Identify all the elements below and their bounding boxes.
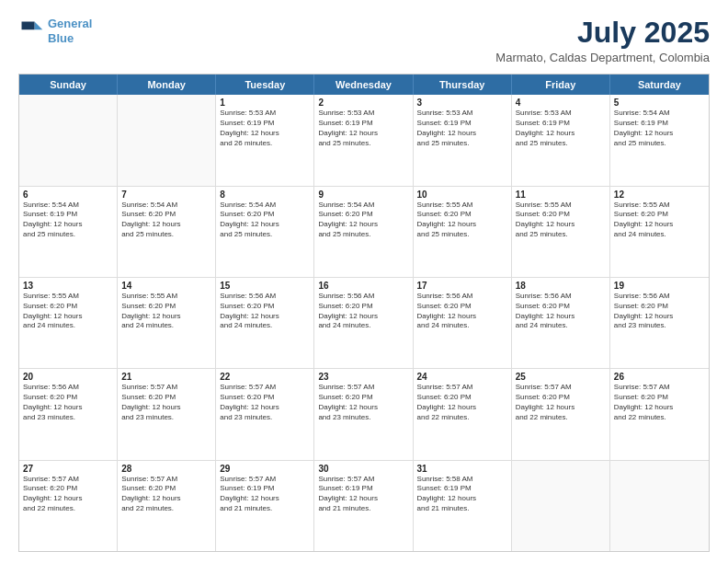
calendar-cell: 28Sunrise: 5:57 AM Sunset: 6:20 PM Dayli… [118, 461, 216, 551]
cell-info: Sunrise: 5:54 AM Sunset: 6:20 PM Dayligh… [318, 201, 408, 240]
day-number: 21 [121, 372, 211, 382]
calendar-cell: 8Sunrise: 5:54 AM Sunset: 6:20 PM Daylig… [216, 187, 314, 277]
calendar-cell: 5Sunrise: 5:54 AM Sunset: 6:19 PM Daylig… [610, 95, 709, 185]
day-number: 23 [318, 372, 408, 382]
subtitle: Marmato, Caldas Department, Colombia [495, 51, 710, 64]
calendar-cell: 2Sunrise: 5:53 AM Sunset: 6:19 PM Daylig… [314, 95, 413, 185]
calendar-week: 27Sunrise: 5:57 AM Sunset: 6:20 PM Dayli… [19, 461, 709, 551]
calendar-cell: 1Sunrise: 5:53 AM Sunset: 6:19 PM Daylig… [216, 95, 314, 185]
cell-info: Sunrise: 5:56 AM Sunset: 6:20 PM Dayligh… [417, 292, 507, 331]
day-number: 3 [417, 98, 507, 108]
cell-info: Sunrise: 5:57 AM Sunset: 6:20 PM Dayligh… [516, 383, 606, 422]
cell-info: Sunrise: 5:57 AM Sunset: 6:19 PM Dayligh… [318, 475, 408, 514]
calendar-cell: 21Sunrise: 5:57 AM Sunset: 6:20 PM Dayli… [118, 369, 216, 459]
day-number: 22 [220, 372, 310, 382]
calendar-cell: 10Sunrise: 5:55 AM Sunset: 6:20 PM Dayli… [414, 187, 512, 277]
header-day: Sunday [19, 75, 118, 95]
day-number: 24 [417, 372, 507, 382]
calendar: SundayMondayTuesdayWednesdayThursdayFrid… [18, 74, 710, 552]
logo-line1: General [48, 17, 92, 30]
cell-info: Sunrise: 5:53 AM Sunset: 6:19 PM Dayligh… [417, 109, 507, 148]
day-number: 11 [516, 190, 606, 200]
day-number: 30 [318, 464, 408, 474]
header-day: Wednesday [314, 75, 413, 95]
calendar-cell: 15Sunrise: 5:56 AM Sunset: 6:20 PM Dayli… [216, 278, 314, 368]
calendar-cell: 13Sunrise: 5:55 AM Sunset: 6:20 PM Dayli… [19, 278, 118, 368]
calendar-cell: 3Sunrise: 5:53 AM Sunset: 6:19 PM Daylig… [414, 95, 512, 185]
cell-info: Sunrise: 5:55 AM Sunset: 6:20 PM Dayligh… [417, 201, 507, 240]
calendar-cell: 29Sunrise: 5:57 AM Sunset: 6:19 PM Dayli… [216, 461, 314, 551]
main-title: July 2025 [495, 17, 710, 49]
calendar-cell: 20Sunrise: 5:56 AM Sunset: 6:20 PM Dayli… [19, 369, 118, 459]
calendar-cell: 25Sunrise: 5:57 AM Sunset: 6:20 PM Dayli… [512, 369, 610, 459]
day-number: 6 [23, 190, 113, 200]
cell-info: Sunrise: 5:57 AM Sunset: 6:20 PM Dayligh… [417, 383, 507, 422]
calendar-week: 1Sunrise: 5:53 AM Sunset: 6:19 PM Daylig… [19, 95, 709, 186]
day-number: 8 [220, 190, 310, 200]
logo-text: General Blue [48, 17, 92, 45]
day-number: 27 [23, 464, 113, 474]
calendar-cell: 6Sunrise: 5:54 AM Sunset: 6:19 PM Daylig… [19, 187, 118, 277]
calendar-cell: 24Sunrise: 5:57 AM Sunset: 6:20 PM Dayli… [414, 369, 512, 459]
cell-info: Sunrise: 5:57 AM Sunset: 6:20 PM Dayligh… [220, 383, 310, 422]
calendar-cell: 19Sunrise: 5:56 AM Sunset: 6:20 PM Dayli… [610, 278, 709, 368]
calendar-cell [118, 95, 216, 185]
calendar-cell: 4Sunrise: 5:53 AM Sunset: 6:19 PM Daylig… [512, 95, 610, 185]
day-number: 7 [121, 190, 211, 200]
cell-info: Sunrise: 5:56 AM Sunset: 6:20 PM Dayligh… [318, 292, 408, 331]
cell-info: Sunrise: 5:57 AM Sunset: 6:20 PM Dayligh… [614, 383, 705, 422]
day-number: 1 [220, 98, 310, 108]
calendar-cell [512, 461, 610, 551]
calendar-cell: 18Sunrise: 5:56 AM Sunset: 6:20 PM Dayli… [512, 278, 610, 368]
day-number: 20 [23, 372, 113, 382]
cell-info: Sunrise: 5:54 AM Sunset: 6:20 PM Dayligh… [220, 201, 310, 240]
header-day: Thursday [414, 75, 512, 95]
svg-marker-0 [35, 21, 43, 29]
day-number: 19 [614, 281, 705, 291]
logo-line2: Blue [48, 31, 74, 45]
cell-info: Sunrise: 5:57 AM Sunset: 6:20 PM Dayligh… [318, 383, 408, 422]
header-day: Saturday [610, 75, 709, 95]
day-number: 2 [318, 98, 408, 108]
cell-info: Sunrise: 5:56 AM Sunset: 6:20 PM Dayligh… [516, 292, 606, 331]
calendar-week: 6Sunrise: 5:54 AM Sunset: 6:19 PM Daylig… [19, 187, 709, 278]
day-number: 13 [23, 281, 113, 291]
day-number: 14 [121, 281, 211, 291]
cell-info: Sunrise: 5:53 AM Sunset: 6:19 PM Dayligh… [516, 109, 606, 148]
calendar-cell: 14Sunrise: 5:55 AM Sunset: 6:20 PM Dayli… [118, 278, 216, 368]
calendar-cell: 27Sunrise: 5:57 AM Sunset: 6:20 PM Dayli… [19, 461, 118, 551]
day-number: 5 [614, 98, 705, 108]
day-number: 12 [614, 190, 705, 200]
cell-info: Sunrise: 5:53 AM Sunset: 6:19 PM Dayligh… [220, 109, 310, 148]
calendar-cell: 30Sunrise: 5:57 AM Sunset: 6:19 PM Dayli… [314, 461, 413, 551]
calendar-cell: 9Sunrise: 5:54 AM Sunset: 6:20 PM Daylig… [314, 187, 413, 277]
day-number: 29 [220, 464, 310, 474]
calendar-week: 20Sunrise: 5:56 AM Sunset: 6:20 PM Dayli… [19, 369, 709, 460]
cell-info: Sunrise: 5:57 AM Sunset: 6:19 PM Dayligh… [220, 475, 310, 514]
day-number: 26 [614, 372, 705, 382]
cell-info: Sunrise: 5:56 AM Sunset: 6:20 PM Dayligh… [614, 292, 705, 331]
calendar-cell: 12Sunrise: 5:55 AM Sunset: 6:20 PM Dayli… [610, 187, 709, 277]
calendar-cell: 31Sunrise: 5:58 AM Sunset: 6:19 PM Dayli… [414, 461, 512, 551]
title-block: July 2025 Marmato, Caldas Department, Co… [495, 17, 710, 64]
logo: General Blue [18, 17, 92, 45]
cell-info: Sunrise: 5:53 AM Sunset: 6:19 PM Dayligh… [318, 109, 408, 148]
cell-info: Sunrise: 5:58 AM Sunset: 6:19 PM Dayligh… [417, 475, 507, 514]
cell-info: Sunrise: 5:56 AM Sunset: 6:20 PM Dayligh… [23, 383, 113, 422]
cell-info: Sunrise: 5:57 AM Sunset: 6:20 PM Dayligh… [121, 475, 211, 514]
page: General Blue July 2025 Marmato, Caldas D… [0, 0, 728, 563]
header-day: Friday [512, 75, 610, 95]
cell-info: Sunrise: 5:54 AM Sunset: 6:19 PM Dayligh… [23, 201, 113, 240]
day-number: 10 [417, 190, 507, 200]
day-number: 18 [516, 281, 606, 291]
cell-info: Sunrise: 5:57 AM Sunset: 6:20 PM Dayligh… [121, 383, 211, 422]
cell-info: Sunrise: 5:55 AM Sunset: 6:20 PM Dayligh… [121, 292, 211, 331]
calendar-cell: 22Sunrise: 5:57 AM Sunset: 6:20 PM Dayli… [216, 369, 314, 459]
cell-info: Sunrise: 5:56 AM Sunset: 6:20 PM Dayligh… [220, 292, 310, 331]
svg-rect-1 [22, 21, 35, 29]
calendar-cell: 23Sunrise: 5:57 AM Sunset: 6:20 PM Dayli… [314, 369, 413, 459]
day-number: 16 [318, 281, 408, 291]
cell-info: Sunrise: 5:54 AM Sunset: 6:19 PM Dayligh… [614, 109, 705, 148]
cell-info: Sunrise: 5:55 AM Sunset: 6:20 PM Dayligh… [23, 292, 113, 331]
calendar-cell: 16Sunrise: 5:56 AM Sunset: 6:20 PM Dayli… [314, 278, 413, 368]
